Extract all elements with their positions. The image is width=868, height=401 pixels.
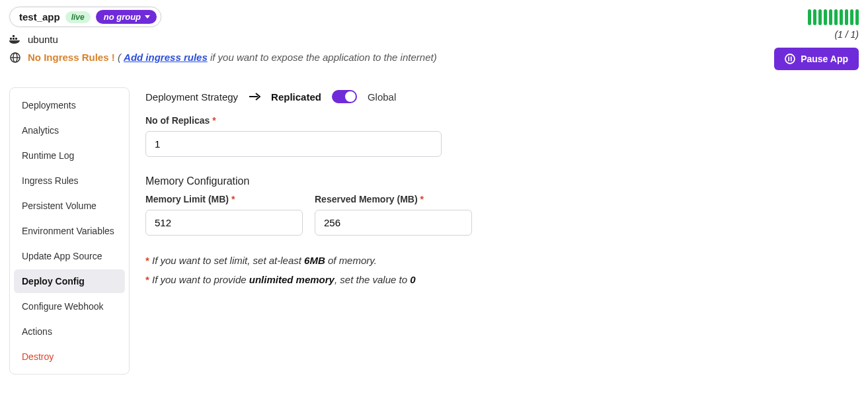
svg-rect-2 [15,38,17,40]
replica-bar [818,9,822,25]
globe-icon [9,52,21,63]
pause-icon [785,54,795,64]
ingress-line: No Ingress Rules ! ( Add ingress rules i… [9,52,437,63]
sidebar-item-update-app-source[interactable]: Update App Source [14,244,125,268]
replica-bar [824,9,827,25]
app-name: test_app [19,11,60,22]
sidebar-item-actions[interactable]: Actions [14,320,125,343]
sidebar-item-destroy[interactable]: Destroy [14,345,125,369]
toggle-knob [345,91,356,102]
sidebar-item-persistent-volume[interactable]: Persistent Volume [14,194,125,218]
memory-note-2: * If you want to provide unlimited memor… [145,271,859,290]
strategy-toggle[interactable] [332,90,357,103]
content: Deployment Strategy Replicated Global No… [145,87,859,375]
ingress-suffix: if you want to expose the application to… [208,52,437,63]
sidebar-item-analytics[interactable]: Analytics [14,118,125,142]
docker-icon [9,35,21,44]
replicas-label: No of Replicas * [145,115,859,126]
sidebar-item-environment-variables[interactable]: Environment Variables [14,219,125,243]
group-badge[interactable]: no group [96,10,157,24]
ingress-open-paren: ( [118,52,124,63]
replica-bar [840,9,843,25]
deployment-strategy-row: Deployment Strategy Replicated Global [145,90,859,103]
replica-bar [850,9,853,25]
add-ingress-link[interactable]: Add ingress rules [124,52,208,63]
svg-point-7 [785,54,795,64]
memory-notes: * If you want to set limit, set at-least… [145,251,859,289]
group-badge-label: no group [104,12,141,22]
status-badge-live: live [65,11,91,23]
mode-replicated: Replicated [271,91,321,103]
app-chip: test_app live no group [9,7,161,27]
memory-note-1: * If you want to set limit, set at-least… [145,251,859,271]
replica-bar [829,9,832,25]
replica-bar [855,9,859,25]
svg-rect-3 [13,35,15,37]
replicas-input[interactable] [145,131,442,157]
memory-limit-input[interactable] [145,210,303,236]
sidebar-item-deployments[interactable]: Deployments [14,93,125,117]
arrow-right-icon [249,91,260,103]
reserved-memory-input[interactable] [315,210,472,236]
image-line: ubuntu [9,34,437,45]
memory-limit-label: Memory Limit (MB) * [145,194,303,204]
chevron-down-icon [145,15,150,19]
memory-section-title: Memory Configuration [145,175,859,187]
svg-rect-0 [10,38,12,40]
replica-bar [845,9,848,25]
replica-status-bars [808,9,859,25]
replica-count: (1 / 1) [834,29,859,40]
pause-app-button[interactable]: Pause App [774,48,859,70]
sidebar-item-configure-webhook[interactable]: Configure Webhook [14,294,125,318]
svg-rect-8 [788,57,789,62]
replica-bar [808,9,811,25]
svg-rect-1 [13,38,15,40]
pause-app-label: Pause App [801,54,848,64]
mode-global: Global [368,91,396,103]
svg-rect-9 [791,57,792,62]
sidebar-item-ingress-rules[interactable]: Ingress Rules [14,169,125,193]
sidebar: DeploymentsAnalyticsRuntime LogIngress R… [9,87,130,375]
replica-bar [813,9,816,25]
sidebar-item-runtime-log[interactable]: Runtime Log [14,144,125,167]
sidebar-item-deploy-config[interactable]: Deploy Config [14,269,125,293]
deployment-strategy-label: Deployment Strategy [145,91,238,103]
ingress-warning: No Ingress Rules ! [28,52,115,63]
image-name: ubuntu [28,34,58,45]
replica-bar [834,9,838,25]
reserved-memory-label: Reserved Memory (MB) * [315,194,472,204]
